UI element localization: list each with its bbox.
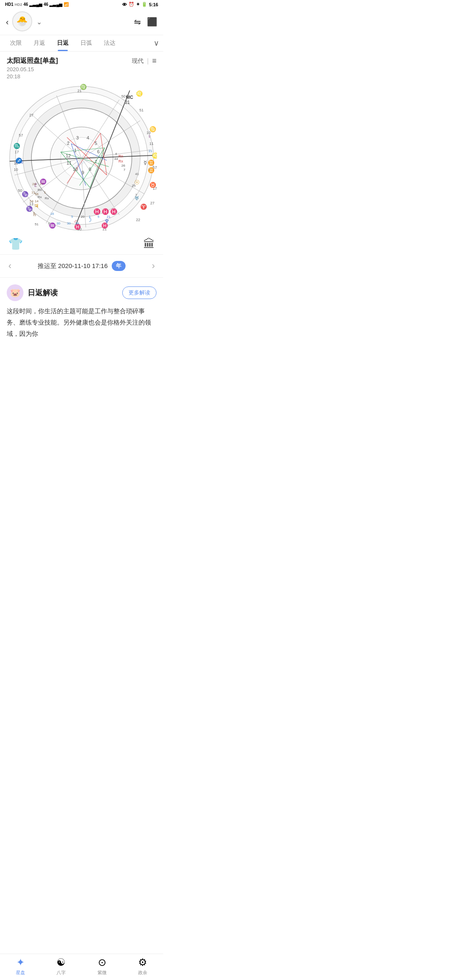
- interpretation-section: 🐷 日返解读 更多解读 这段时间，你生活的主题可能是工作与整合琐碎事务、磨练专业…: [0, 278, 163, 343]
- interp-avatar: 🐷: [7, 284, 23, 301]
- svg-text:♓: ♓: [110, 208, 118, 215]
- svg-text:54: 54: [30, 199, 33, 203]
- prog-badge[interactable]: 年: [112, 261, 126, 271]
- svg-text:1: 1: [74, 148, 77, 153]
- svg-text:41: 41: [135, 172, 139, 176]
- svg-text:7: 7: [95, 159, 97, 164]
- svg-text:38: 38: [75, 222, 79, 225]
- eye-icon: 👁: [122, 2, 127, 7]
- svg-text:1: 1: [89, 215, 91, 219]
- nav-right: ⇋ ⬛: [134, 17, 157, 27]
- svg-text:Rx: Rx: [45, 196, 49, 200]
- interpretation-text: 这段时间，你生活的主题可能是工作与整合琐碎事务、磨练专业技能。另外健康也会是你格…: [7, 305, 157, 339]
- back-button[interactable]: ‹: [6, 17, 9, 27]
- svg-text:Rx: Rx: [118, 154, 123, 158]
- svg-text:44: 44: [114, 157, 118, 161]
- interp-title: 日返解读: [28, 288, 118, 298]
- mode-label: 现代: [132, 57, 144, 65]
- svg-text:16: 16: [50, 212, 54, 216]
- svg-text:♐: ♐: [15, 157, 23, 164]
- chart-date: 2020.05.15: [7, 66, 157, 72]
- svg-text:27: 27: [40, 182, 44, 186]
- chart-time: 20:18: [7, 73, 157, 80]
- svg-text:51: 51: [35, 222, 39, 226]
- svg-text:2: 2: [67, 141, 69, 146]
- avatar-wrap[interactable]: 🐣: [12, 11, 33, 32]
- alarm-icon: ⏰: [128, 2, 134, 7]
- prog-prev-button[interactable]: ‹: [8, 260, 11, 271]
- share-icon[interactable]: ⬛: [147, 17, 157, 27]
- signal-bars2: ▂▃▄▅: [49, 2, 62, 7]
- svg-text:7: 7: [135, 193, 137, 197]
- svg-text:51: 51: [139, 108, 144, 112]
- tab-fada[interactable]: 法达: [98, 35, 121, 51]
- svg-text:♉: ♉: [149, 181, 157, 188]
- svg-text:5: 5: [71, 215, 73, 219]
- svg-text:♓: ♓: [102, 208, 109, 215]
- tab-yuefan[interactable]: 月返: [28, 35, 51, 51]
- tab-bar: 次限 月返 日返 日弧 法达 ∨: [0, 35, 163, 52]
- mode-separator: |: [147, 57, 149, 65]
- svg-text:♌: ♌: [152, 152, 157, 159]
- svg-text:4: 4: [115, 152, 117, 156]
- table-icon[interactable]: 🏛: [143, 237, 155, 251]
- prog-center: 推运至 2020-11-10 17:16 年: [38, 261, 126, 271]
- svg-text:7: 7: [123, 168, 126, 172]
- avatar-emoji: 🐣: [16, 16, 28, 27]
- carrier-hd2: HD2: [15, 3, 22, 7]
- svg-text:Rx: Rx: [118, 159, 123, 163]
- wifi-icon: 📶: [64, 2, 69, 7]
- chart-mode: 现代 | ≡: [132, 57, 157, 65]
- svg-text:25: 25: [132, 184, 136, 188]
- more-interpretation-button[interactable]: 更多解读: [122, 286, 157, 299]
- tab-cixian[interactable]: 次限: [4, 35, 28, 51]
- svg-text:♌: ♌: [136, 90, 143, 97]
- svg-text:♏: ♏: [13, 142, 21, 150]
- svg-text:Rx: Rx: [38, 188, 42, 192]
- status-bar: HD1 HD2 46 ▂▃▄▅ 46 ▂▃▄▅ 📶 👁 ⏰ ✦ 🔋 5:16: [0, 0, 163, 9]
- user-avatar: 🐣: [12, 11, 32, 31]
- wardrobe-icon[interactable]: 👕: [8, 237, 23, 251]
- svg-text:11: 11: [67, 160, 72, 165]
- svg-text:20: 20: [81, 215, 85, 219]
- svg-text:♄: ♄: [32, 211, 37, 217]
- svg-text:5: 5: [98, 215, 100, 219]
- svg-text:57: 57: [19, 133, 23, 137]
- time-display: 5:16: [149, 2, 158, 7]
- astro-chart: 1 2 3 4 5 6 7 8 9 10 11 12 MC 21 Asc 21 …: [6, 83, 157, 234]
- svg-text:♀: ♀: [147, 133, 152, 139]
- tab-rifan[interactable]: 日返: [51, 35, 74, 51]
- svg-text:30: 30: [56, 222, 60, 225]
- settings-icon[interactable]: ≡: [152, 57, 157, 65]
- signal-4g1: 46: [23, 2, 28, 7]
- svg-text:9: 9: [82, 170, 84, 175]
- svg-text:♑: ♑: [22, 191, 29, 198]
- chart-section: 太阳返照盘[单盘] 现代 | ≡ 2020.05.15 20:18: [0, 52, 163, 80]
- chart-title: 太阳返照盘[单盘]: [7, 57, 58, 65]
- dropdown-chevron[interactable]: ⌄: [36, 18, 42, 26]
- chart-footer: 👕 🏛: [0, 234, 163, 254]
- svg-text:11: 11: [149, 142, 154, 146]
- bluetooth-icon: ✦: [136, 2, 140, 7]
- tab-more-chevron[interactable]: ∨: [154, 39, 159, 48]
- svg-text:♓: ♓: [93, 208, 101, 215]
- tab-rihu[interactable]: 日弧: [74, 35, 98, 51]
- svg-text:♆: ♆: [104, 218, 110, 224]
- nav-left: ‹ 🐣 ⌄: [6, 11, 42, 32]
- menu-icon[interactable]: ⇋: [134, 17, 141, 27]
- svg-text:22: 22: [136, 218, 140, 222]
- prog-text: 推运至 2020-11-10 17:16: [38, 262, 108, 270]
- svg-text:27: 27: [29, 113, 33, 117]
- svg-text:50: 50: [121, 94, 126, 98]
- svg-text:30: 30: [67, 222, 71, 225]
- svg-text:24: 24: [32, 182, 36, 186]
- svg-text:♋: ♋: [149, 126, 157, 133]
- battery-icon: 🔋: [141, 2, 147, 7]
- interp-header: 🐷 日返解读 更多解读: [7, 284, 157, 301]
- signal-4g2: 46: [44, 2, 48, 7]
- progression-bar: ‹ 推运至 2020-11-10 17:16 年 ›: [0, 254, 163, 278]
- status-left: HD1 HD2 46 ▂▃▄▅ 46 ▂▃▄▅ 📶: [5, 2, 69, 7]
- signal-bars1: ▂▃▄▅: [29, 2, 42, 7]
- chart-header: 太阳返照盘[单盘] 现代 | ≡: [7, 57, 157, 65]
- prog-next-button[interactable]: ›: [152, 260, 155, 271]
